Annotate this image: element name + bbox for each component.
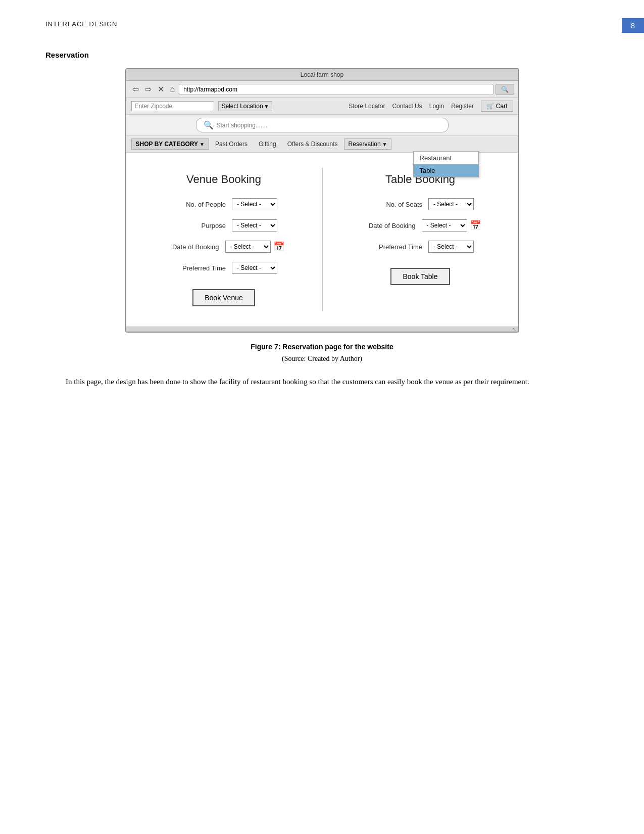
browser-mockup: Local farm shop ⇦ ⇨ ✕ ⌂ 🔍 Select Locatio… [125,68,519,333]
resize-handle-icon: ↖ [512,327,516,332]
book-table-button[interactable]: Book Table [390,268,450,285]
venue-people-select[interactable]: - Select - [232,198,277,210]
chevron-down-icon: ▼ [264,104,269,109]
venue-date-label: Date of Booking [164,243,219,251]
search-input[interactable] [217,122,441,129]
table-seats-select[interactable]: - Select - [428,198,474,210]
table-time-label: Preferred Time [367,243,422,251]
venue-date-row: Date of Booking - Select - 📅 [141,241,307,253]
chevron-down-icon: ▼ [382,142,387,147]
search-button[interactable]: 🔍 [496,84,514,95]
venue-time-row: Preferred Time - Select - [141,262,307,274]
reservation-label: Reservation [349,141,381,148]
back-button[interactable]: ⇦ [130,83,141,95]
select-location-label: Select Location [222,103,263,110]
table-date-select[interactable]: - Select - [422,219,467,231]
site-nav-bar-1: Select Location ▼ Store Locator Contact … [126,98,518,115]
page-number: 8 [622,18,644,33]
reservation-button[interactable]: Reservation ▼ [344,138,392,150]
doc-header: INTERFACE DESIGN [45,20,117,28]
dropdown-item-restaurant[interactable]: Restaurant [414,152,478,164]
venue-purpose-label: Purpose [170,222,226,229]
venue-purpose-row: Purpose - Select - [141,219,307,231]
section-title: Reservation [45,51,599,59]
gifting-link[interactable]: Gifting [254,139,281,149]
browser-footer: ↖ [126,327,518,332]
cart-button[interactable]: 🛒 Cart [481,101,513,112]
table-date-row: Date of Booking - Select - 📅 [338,219,503,231]
figure-caption: Figure 7: Reservation page for the websi… [45,343,599,351]
venue-time-label: Preferred Time [170,264,226,272]
browser-toolbar: ⇦ ⇨ ✕ ⌂ 🔍 [126,81,518,98]
table-booking-section: Table Booking No. of Seats - Select - Da… [323,163,518,316]
cart-icon: 🛒 [486,103,494,110]
venue-people-label: No. of People [170,201,226,208]
chevron-down-icon: ▼ [200,142,205,147]
cart-label: Cart [496,103,508,110]
booking-area: Venue Booking No. of People - Select - P… [126,153,518,327]
search-input-wrap: 🔍 [196,118,449,132]
figure-source: (Source: Created by Author) [45,355,599,363]
search-icon: 🔍 [204,120,214,130]
table-time-select[interactable]: - Select - [428,241,474,253]
url-bar[interactable] [179,84,493,95]
close-button[interactable]: ✕ [156,83,166,95]
venue-purpose-select[interactable]: - Select - [232,219,277,231]
select-location-button[interactable]: Select Location ▼ [218,101,273,111]
venue-booking-title: Venue Booking [186,173,261,186]
venue-date-input-wrap: - Select - 📅 [225,241,284,253]
table-date-input-wrap: - Select - 📅 [422,219,481,231]
shop-category-label: SHOP BY CATEGORY [136,141,199,148]
book-venue-button[interactable]: Book Venue [192,289,255,306]
venue-people-row: No. of People - Select - [141,198,307,210]
store-locator-link[interactable]: Store Locator [349,103,385,110]
table-seats-label: No. of Seats [367,201,422,208]
search-bar-row: 🔍 [126,115,518,136]
body-text-1: In this page, the design has been done t… [45,375,599,389]
venue-calendar-icon[interactable]: 📅 [273,241,284,252]
register-link[interactable]: Register [451,103,474,110]
offers-link[interactable]: Offers & Discounts [282,139,343,149]
dropdown-item-table[interactable]: Table [414,164,478,177]
zipcode-input[interactable] [131,101,214,111]
browser-title-bar: Local farm shop [126,69,518,81]
venue-time-select[interactable]: - Select - [232,262,277,274]
contact-us-link[interactable]: Contact Us [392,103,422,110]
venue-booking-section: Venue Booking No. of People - Select - P… [126,163,322,316]
table-calendar-icon[interactable]: 📅 [470,220,481,231]
login-link[interactable]: Login [429,103,444,110]
forward-button[interactable]: ⇨ [143,83,154,95]
home-button[interactable]: ⌂ [168,84,177,95]
past-orders-link[interactable]: Past Orders [210,139,253,149]
table-date-label: Date of Booking [360,222,416,229]
main-nav-bar: SHOP BY CATEGORY ▼ Past Orders Gifting O… [126,136,518,153]
venue-date-select[interactable]: - Select - [225,241,271,253]
nav-links: Store Locator Contact Us Login Register … [349,101,513,112]
shop-category-button[interactable]: SHOP BY CATEGORY ▼ [131,138,210,150]
table-seats-row: No. of Seats - Select - [338,198,503,210]
table-time-row: Preferred Time - Select - [338,241,503,253]
reservation-dropdown: Restaurant Table [413,151,479,177]
